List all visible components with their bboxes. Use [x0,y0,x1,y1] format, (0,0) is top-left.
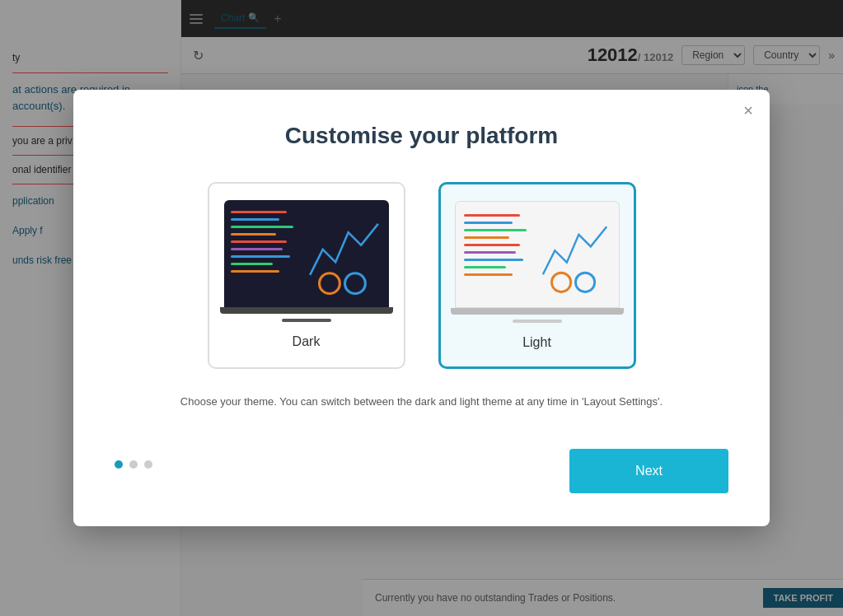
dark-mockup [224,200,389,307]
dark-mockup-foot [282,319,331,322]
svg-point-0 [319,273,340,294]
dot-1[interactable] [115,460,123,469]
light-theme-label: Light [522,335,551,350]
light-mockup-base [451,308,624,315]
modal-title: Customise your platform [115,123,728,149]
svg-point-1 [344,273,365,294]
dot-2[interactable] [129,460,138,469]
svg-point-3 [575,273,594,292]
next-button[interactable]: Next [569,449,728,493]
dot-3[interactable] [144,460,152,469]
modal: × Customise your platform [73,90,770,526]
light-theme-card[interactable]: Light [438,182,636,369]
light-mockup-foot [513,320,562,323]
light-mockup [455,201,620,308]
dark-theme-label: Dark [293,334,321,349]
dark-mockup-base [220,307,393,314]
modal-close-button[interactable]: × [743,102,753,119]
dark-theme-card[interactable]: Dark [208,182,405,369]
pagination-dots [115,460,152,469]
svg-point-2 [551,273,570,292]
modal-description: Choose your theme. You can switch betwee… [175,394,669,411]
theme-options: Dark [115,182,728,369]
modal-overlay: × Customise your platform [0,0,843,616]
